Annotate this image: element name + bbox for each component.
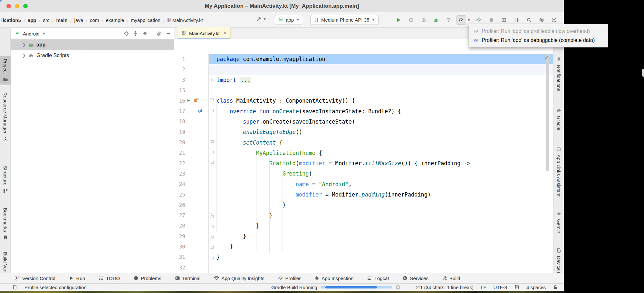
chevron-down-icon[interactable]: ▼ [467,18,471,22]
minus-icon[interactable] [166,31,171,36]
unlock-icon[interactable] [553,285,558,290]
fold-marker-icon[interactable]: – [210,255,214,259]
breadcrumb-item[interactable]: example [105,17,125,23]
cancel-build-icon[interactable] [395,285,400,290]
popup-item[interactable]: Profiler: Run 'app' as debuggable (compl… [469,36,608,44]
status-bar: Profile selected configuration Gradle Bu… [0,283,564,291]
toolwindow-app-inspection[interactable]: App Inspection [314,276,353,281]
account-avatar[interactable] [549,15,559,25]
code-text: import ... [215,77,251,83]
device-select[interactable]: Medium Phone API 35 ▼ [310,15,379,25]
code-area[interactable]: 1package com.example.myapplication23+imp… [174,39,553,273]
breadcrumb-item[interactable]: MainActivity.kt [172,17,204,23]
attach-debugger-button[interactable] [444,15,454,25]
logcat-icon [367,276,372,281]
stripe-item-notifications[interactable]: Notifications [553,57,564,91]
gear-icon[interactable] [156,31,161,36]
stripe-label: Project [3,59,8,74]
toolwindow-label: Build [449,276,460,281]
toolwindow-terminal[interactable]: Terminal [175,276,201,281]
build-project-button[interactable]: ▼ [256,16,266,22]
run-button[interactable] [394,15,403,25]
gemini-icon [556,211,562,216]
code-line: 1package com.example.myapplication [174,54,553,64]
toolwindow-todo[interactable]: TODO [99,276,120,281]
fold-marker-icon[interactable]: – [210,161,214,166]
stripe-item-structure[interactable]: Structure [0,166,11,194]
profile-low-overhead-button[interactable] [474,15,484,25]
fold-marker-icon[interactable]: – [210,234,214,238]
locate-icon[interactable] [124,31,129,36]
toolwindow-label: Run [76,276,85,281]
profiler-button[interactable] [457,15,466,25]
breadcrumb-item[interactable]: com [89,17,100,23]
search-everywhere-button[interactable] [524,15,534,25]
toolwindow-app-quality-insights[interactable]: App Quality Insights [214,276,264,281]
rerun-button[interactable] [406,15,416,25]
fold-marker-icon[interactable]: – [210,109,214,114]
tree-node-app[interactable]: ❯app [11,39,174,50]
breadcrumb-item[interactable]: main [56,17,68,23]
collapse-icon[interactable] [142,31,148,36]
run-class-icon[interactable] [187,97,191,104]
breadcrumb-item[interactable]: lication5 [1,17,22,23]
stripe-item-project[interactable]: Project [0,56,11,85]
compose-class-icon[interactable] [194,97,199,104]
fold-marker-icon[interactable]: – [210,151,214,155]
mode-code[interactable]: Code [642,69,644,77]
code-line: 15 [174,85,553,96]
project-view-selector[interactable]: Android ▼ [15,31,124,36]
encoding-widget[interactable]: UTF-8 [493,285,507,290]
toolwindow-run[interactable]: Run [69,276,85,281]
tree-node-gradle-scripts[interactable]: ❯Gradle Scripts [11,50,174,61]
desktop-wallpaper-strip [0,291,565,293]
fold-marker-icon[interactable]: – [210,140,214,145]
bookmark-icon [3,235,8,240]
expand-icon[interactable] [133,31,138,36]
line-ending-widget[interactable]: LF [481,285,486,290]
line-number: 16 [174,98,185,104]
stripe-item-gemini[interactable]: Gemini [553,211,564,235]
tab-mainactivity[interactable]: MainActivity.kt × [178,27,231,39]
stop-button[interactable] [486,15,496,25]
fold-marker-icon[interactable]: – [210,213,214,218]
popup-item[interactable]: Profiler: Run 'app' as profileable (low … [469,27,608,35]
title-bar: My Application – MainActivity.kt [My_App… [0,0,564,12]
gutter [185,262,208,273]
line-number: 15 [174,87,185,94]
chevron-right-icon[interactable]: ❯ [22,42,26,47]
breadcrumb-item[interactable]: myapplication [130,17,161,23]
fold-marker-icon[interactable]: – [210,244,214,249]
override-method-icon[interactable] [197,108,203,115]
editor-scrollbar[interactable] [546,54,549,171]
device-manager-button[interactable] [512,15,521,25]
toolwindow-label: TODO [106,276,120,281]
breadcrumb-item[interactable]: app [27,17,37,23]
run-configuration-select[interactable]: app ▼ [275,15,303,25]
breadcrumb-item[interactable]: java [74,17,84,23]
toolwindow-problems[interactable]: Problems [133,276,161,281]
toolwindow-services[interactable]: Services [402,276,428,281]
toolwindow-profiler[interactable]: Profiler [278,276,301,281]
fold-expand-icon[interactable]: + [210,78,214,82]
toolwindow-version-control[interactable]: Version Control [15,276,55,281]
breadcrumb-item[interactable]: src [43,17,50,23]
stripe-item-bookmarks[interactable]: Bookmarks [0,208,11,240]
caret-position-widget[interactable]: 2:1 (34 chars, 1 line break) [416,285,474,290]
stripe-item-resource-manager[interactable]: Resource Manager [0,92,11,142]
running-devices-button[interactable] [499,15,509,25]
inspections-ok-icon[interactable]: ✓ [544,55,549,61]
settings-button[interactable] [537,15,546,25]
debug-button[interactable] [431,15,441,25]
close-icon[interactable]: × [224,30,226,36]
chevron-right-icon[interactable]: ❯ [22,53,26,58]
fold-marker-icon[interactable]: – [210,224,214,228]
apply-code-changes-button[interactable] [419,15,428,25]
stripe-item-app-links-assistant[interactable]: App Links Assistant [553,146,564,197]
toolwindow-logcat[interactable]: Logcat [367,276,389,281]
code-editor[interactable]: MainActivity.kt × 1package com.example.m… [174,28,553,273]
stripe-item-gradle[interactable]: Gradle [553,108,564,130]
toolwindow-build[interactable]: Build [442,276,460,281]
fold-marker-icon[interactable]: – [210,98,214,103]
indent-widget[interactable]: 4 spaces [526,285,546,290]
